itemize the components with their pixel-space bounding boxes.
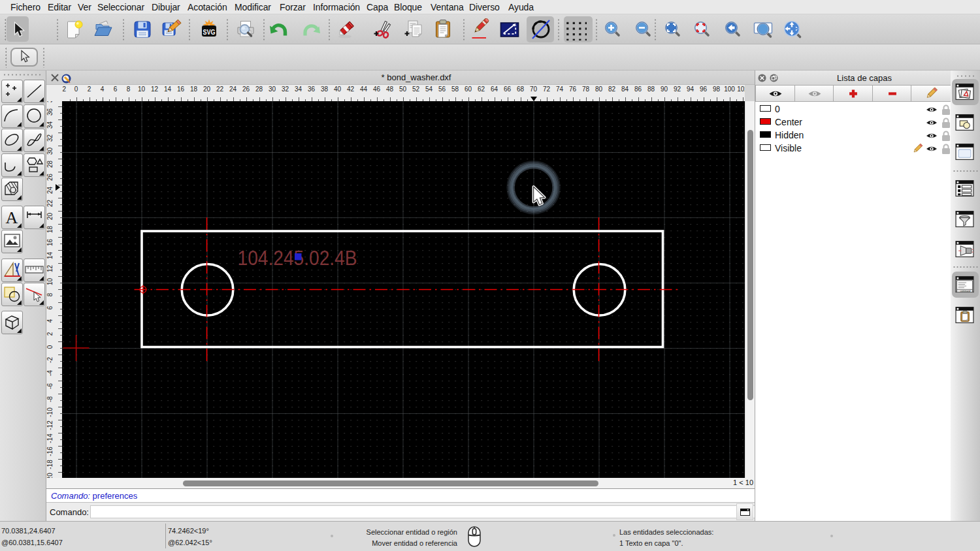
svg-text:A: A: [6, 208, 18, 227]
svg-text:SVG: SVG: [203, 28, 216, 36]
svg-text:command: command: [960, 290, 970, 292]
